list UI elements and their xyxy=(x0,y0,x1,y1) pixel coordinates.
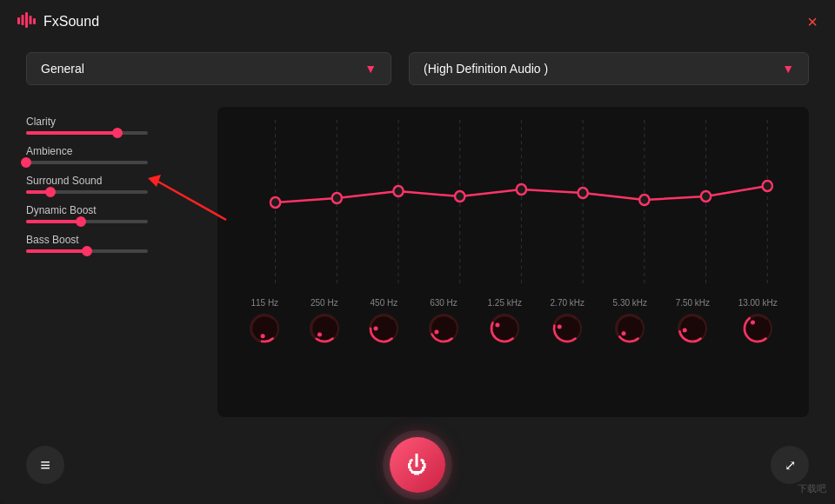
svg-point-17 xyxy=(455,191,464,202)
app-window: FxSound × General ▼ (High Definition Aud… xyxy=(0,0,835,504)
title-bar: FxSound × xyxy=(0,0,835,43)
eq-freq-item: 630 Hz xyxy=(428,298,459,344)
slider-thumb-surround[interactable] xyxy=(45,187,56,197)
svg-point-38 xyxy=(683,328,687,333)
slider-thumb-dynamic[interactable] xyxy=(76,216,86,227)
slider-row-clarity: Clarity xyxy=(26,116,200,135)
eq-knob-7[interactable] xyxy=(677,313,708,344)
eq-knob-5[interactable] xyxy=(551,313,583,344)
svg-point-24 xyxy=(261,334,265,338)
knob-svg xyxy=(368,313,399,344)
slider-label-dynamic: Dynamic Boost xyxy=(26,204,200,216)
svg-point-40 xyxy=(751,320,755,324)
eq-freq-item: 250 Hz xyxy=(309,298,340,344)
eq-freq-label: 630 Hz xyxy=(430,298,458,308)
eq-freq-item: 2.70 kHz xyxy=(551,298,584,344)
device-dropdown[interactable]: (High Definition Audio ) ▼ xyxy=(409,52,809,85)
slider-track-dynamic[interactable] xyxy=(26,220,148,223)
controls-area: ClarityAmbienceSurround SoundDynamic Boo… xyxy=(26,107,809,417)
knob-svg xyxy=(489,313,520,344)
knob-svg xyxy=(614,313,645,344)
eq-freq-item: 5.30 kHz xyxy=(613,298,647,344)
svg-rect-1 xyxy=(22,15,24,25)
knob-svg xyxy=(249,313,280,344)
slider-row-ambience: Ambience xyxy=(26,145,200,164)
eq-knob-8[interactable] xyxy=(742,313,773,344)
knob-svg xyxy=(742,313,773,344)
knob-svg xyxy=(428,313,459,344)
menu-button[interactable]: ≡ xyxy=(26,446,64,484)
slider-row-surround: Surround Sound xyxy=(26,175,200,194)
eq-freq-item: 450 Hz xyxy=(368,298,399,344)
svg-point-21 xyxy=(701,191,711,202)
slider-track-clarity[interactable] xyxy=(26,131,148,135)
power-button[interactable]: ⏻ xyxy=(390,437,445,493)
slider-fill-bass xyxy=(26,249,87,253)
dropdowns-row: General ▼ (High Definition Audio ) ▼ xyxy=(26,52,809,85)
slider-label-bass: Bass Boost xyxy=(26,234,200,246)
eq-freq-item: 13.00 kHz xyxy=(738,298,778,344)
eq-freq-label: 5.30 kHz xyxy=(613,298,647,308)
slider-fill-clarity xyxy=(26,131,117,135)
slider-track-ambience[interactable] xyxy=(26,161,148,164)
eq-frequencies-row: 115 Hz250 Hz450 Hz630 Hz1.25 kHz2.70 kHz… xyxy=(226,298,800,344)
svg-point-36 xyxy=(622,331,626,335)
eq-freq-item: 115 Hz xyxy=(249,298,280,344)
power-button-container: ⏻ xyxy=(383,430,452,500)
power-icon: ⏻ xyxy=(407,453,428,477)
watermark: 下载吧 xyxy=(798,482,826,495)
slider-row-dynamic: Dynamic Boost xyxy=(26,204,200,223)
expand-button[interactable]: ⤢ xyxy=(771,446,809,484)
preset-dropdown-arrow: ▼ xyxy=(364,62,377,76)
device-dropdown-arrow: ▼ xyxy=(782,62,794,76)
svg-rect-2 xyxy=(25,12,28,28)
eq-freq-label: 13.00 kHz xyxy=(738,298,778,308)
slider-thumb-bass[interactable] xyxy=(82,246,92,256)
svg-point-34 xyxy=(558,324,562,328)
eq-freq-item: 1.25 kHz xyxy=(488,298,522,344)
eq-knob-2[interactable] xyxy=(368,313,399,344)
expand-icon: ⤢ xyxy=(785,457,796,474)
svg-rect-0 xyxy=(17,17,20,24)
eq-freq-label: 1.25 kHz xyxy=(488,298,522,308)
eq-knob-4[interactable] xyxy=(489,313,520,344)
svg-point-15 xyxy=(332,193,342,203)
slider-track-bass[interactable] xyxy=(26,249,148,253)
eq-knob-1[interactable] xyxy=(309,313,340,344)
preset-label: General xyxy=(41,62,84,76)
eq-freq-label: 450 Hz xyxy=(371,298,398,308)
close-button[interactable]: × xyxy=(807,12,818,32)
preset-dropdown[interactable]: General ▼ xyxy=(26,52,391,85)
svg-point-19 xyxy=(578,188,587,198)
slider-thumb-clarity[interactable] xyxy=(112,128,123,138)
eq-freq-label: 115 Hz xyxy=(250,298,278,308)
eq-freq-label: 250 Hz xyxy=(311,298,338,308)
eq-knob-3[interactable] xyxy=(428,313,459,344)
eq-panel: 115 Hz250 Hz450 Hz630 Hz1.25 kHz2.70 kHz… xyxy=(217,107,809,417)
main-content: General ▼ (High Definition Audio ) ▼ Cla… xyxy=(0,43,835,426)
title-bar-left: FxSound xyxy=(17,12,99,32)
svg-point-20 xyxy=(639,195,649,205)
eq-freq-label: 7.50 kHz xyxy=(676,298,710,308)
svg-point-32 xyxy=(496,323,500,328)
app-name: FxSound xyxy=(43,14,99,30)
bottom-bar: ≡ ⏻ ⤢ xyxy=(0,426,835,504)
svg-rect-3 xyxy=(30,16,32,24)
slider-thumb-ambience[interactable] xyxy=(21,157,31,168)
svg-point-16 xyxy=(393,186,403,196)
eq-knob-0[interactable] xyxy=(249,313,280,344)
eq-knob-6[interactable] xyxy=(614,313,645,344)
svg-point-28 xyxy=(374,327,378,331)
device-label: (High Definition Audio ) xyxy=(424,62,548,76)
logo-icon xyxy=(17,12,37,32)
eq-freq-label: 2.70 kHz xyxy=(551,298,584,308)
slider-row-bass: Bass Boost xyxy=(26,234,200,253)
sliders-panel: ClarityAmbienceSurround SoundDynamic Boo… xyxy=(26,107,200,417)
slider-label-clarity: Clarity xyxy=(26,116,200,128)
svg-rect-4 xyxy=(33,18,36,24)
slider-track-surround[interactable] xyxy=(26,190,148,194)
power-btn-outer: ⏻ xyxy=(383,430,452,500)
svg-point-30 xyxy=(434,329,438,334)
slider-label-surround: Surround Sound xyxy=(26,175,200,187)
knob-svg xyxy=(677,313,708,344)
